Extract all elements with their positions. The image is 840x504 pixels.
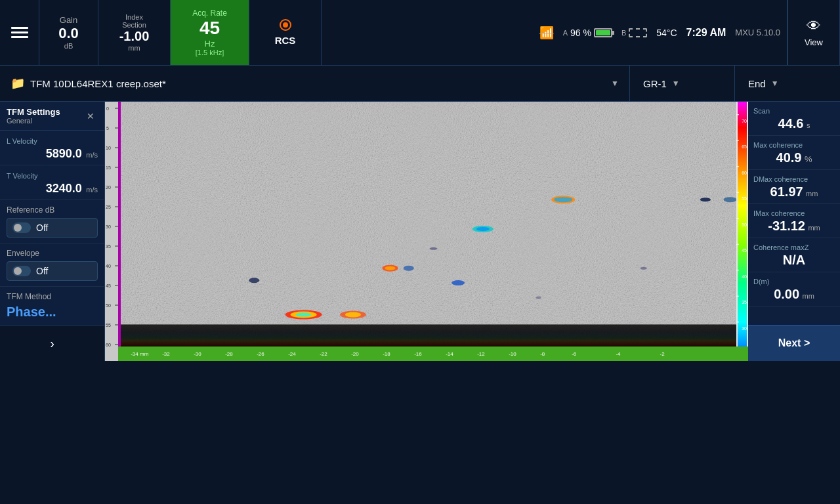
imax-coh-label: IMax coherence	[753, 209, 835, 217]
battery-a-section: A 96 %	[563, 28, 612, 38]
dmax-coh-unit: mm	[806, 190, 818, 198]
battery-b-label: B	[621, 29, 626, 37]
svg-text:20: 20	[106, 185, 111, 190]
svg-text:55: 55	[742, 196, 747, 201]
envelope-switch-icon	[12, 266, 31, 276]
max-coh-value: 40.9	[776, 150, 802, 165]
tfm-method-label: TFM Method	[7, 292, 98, 301]
l-velocity-value: 5890.0	[46, 147, 82, 160]
svg-text:60: 60	[106, 343, 111, 347]
imax-coherence-stat: IMax coherence -31.12 mm	[748, 204, 840, 238]
svg-point-37	[476, 227, 490, 231]
version-label: MXU 5.10.0	[735, 28, 780, 37]
right-panel: Scan 44.6 s Max coherence 40.9 % DMax co…	[748, 102, 840, 361]
next-button[interactable]: Next >	[748, 325, 840, 361]
dmax-coherence-stat: DMax coherence 61.97 mm	[748, 170, 840, 204]
acq-rate-unit: Hz	[205, 39, 215, 49]
svg-text:60: 60	[742, 171, 747, 175]
dmax-coh-label: DMax coherence	[753, 175, 835, 183]
view-button[interactable]: 👁 View	[788, 0, 840, 65]
scan-stat-value: 44.6	[778, 116, 804, 131]
gr-label: GR-1	[643, 78, 667, 89]
envelope-toggle[interactable]: Off	[7, 261, 98, 281]
ref-db-toggle[interactable]: Off	[7, 218, 98, 238]
left-column: TFM Settings General ✕ L Velocity 5890.0…	[0, 102, 105, 361]
battery-a-fill	[596, 30, 610, 35]
folder-icon: 📁	[10, 76, 25, 91]
svg-text:50: 50	[742, 222, 747, 227]
scan-stat-label: Scan	[753, 107, 835, 115]
scan-and-right: 0 5 10 15 20 25 30 35 40	[105, 102, 840, 361]
ruler-left: 0 5 10 15 20 25 30 35 40	[105, 102, 118, 361]
anomaly-svg	[118, 102, 736, 346]
svg-text:45: 45	[742, 248, 747, 253]
svg-text:-16: -16	[414, 351, 422, 357]
panel-title: TFM Settings	[7, 107, 60, 117]
wifi-off-icon: 📶	[539, 26, 554, 40]
gain-section: Gain 0.0 dB	[39, 0, 98, 65]
svg-text:25: 25	[106, 205, 111, 209]
svg-rect-52	[118, 324, 736, 346]
scan-view[interactable]: 0 5 10 15 20 25 30 35 40	[105, 102, 748, 361]
svg-text:35: 35	[742, 300, 747, 304]
top-bar: Gain 0.0 dB IndexSection -1.00 mm Acq. R…	[0, 0, 840, 66]
imax-coh-unit: mm	[808, 224, 820, 232]
d-m-label: D(m)	[753, 278, 835, 285]
bottom-left-nav: ›	[0, 325, 105, 361]
ruler-bottom-svg: -34 mm -32 -30 -28 -26 -24 -22 -20 -18 -…	[118, 346, 748, 361]
battery-b-bar	[629, 28, 647, 37]
end-button[interactable]: End ▼	[735, 66, 840, 101]
d-m-unit: mm	[803, 292, 814, 300]
battery-percentage: 96 %	[570, 28, 591, 38]
main-content: TFM Settings General ✕ L Velocity 5890.0…	[0, 102, 840, 361]
end-chevron-icon: ▼	[771, 79, 779, 88]
nav-forward-button[interactable]: ›	[37, 331, 68, 356]
max-coh-unit: %	[805, 154, 812, 164]
hamburger-button[interactable]	[0, 0, 39, 65]
svg-point-47	[345, 312, 361, 318]
svg-text:70: 70	[742, 119, 747, 123]
index-unit: mm	[128, 44, 140, 52]
rcs-button[interactable]: RCS	[249, 0, 322, 65]
coh-maxz-label: Coherence maxZ	[753, 243, 835, 251]
hamburger-line-2	[11, 32, 28, 33]
file-chevron-icon: ▼	[611, 79, 619, 88]
index-label: IndexSection	[122, 13, 146, 29]
svg-point-40	[404, 266, 414, 271]
svg-point-33	[554, 197, 572, 202]
color-scale-svg: 70 65 60 55 50 45 40 35 30 0 %	[736, 102, 748, 361]
battery-b-section: B	[621, 28, 647, 37]
panel-close-button[interactable]: ✕	[83, 109, 98, 123]
index-section: IndexSection -1.00 mm	[98, 0, 171, 65]
envelope-knob	[14, 267, 22, 275]
panel-header: TFM Settings General ✕	[0, 102, 104, 131]
t-velocity-unit: m/s	[86, 186, 98, 194]
eye-icon: 👁	[807, 18, 821, 35]
svg-text:65: 65	[742, 144, 747, 149]
svg-rect-74	[118, 346, 748, 361]
coh-maxz-stat: Coherence maxZ N/A	[748, 238, 840, 272]
rcs-dot-icon	[283, 22, 288, 28]
gr-button[interactable]: GR-1 ▼	[630, 66, 735, 101]
svg-point-50	[536, 296, 541, 299]
hamburger-line-1	[11, 27, 28, 29]
svg-text:-28: -28	[225, 351, 233, 357]
svg-text:45: 45	[106, 284, 111, 288]
scan-background	[118, 102, 736, 346]
svg-point-48	[429, 247, 437, 250]
temperature: 54°C	[656, 28, 677, 38]
gain-unit: dB	[64, 42, 73, 50]
svg-text:-32: -32	[162, 351, 170, 357]
envelope-field: Envelope Off	[0, 243, 104, 287]
svg-text:30: 30	[106, 224, 111, 229]
svg-point-34	[700, 198, 711, 201]
gr-chevron-icon: ▼	[672, 79, 680, 88]
l-velocity-label: L Velocity	[7, 137, 98, 145]
file-button[interactable]: 📁 TFM 10DL64REX1 creep.oset* ▼	[0, 66, 630, 101]
panel-title-block: TFM Settings General	[7, 107, 60, 125]
svg-point-42	[249, 278, 259, 283]
svg-text:-22: -22	[320, 351, 327, 357]
svg-point-39	[385, 266, 395, 270]
gain-label: Gain	[60, 15, 77, 25]
gain-value: 0.0	[58, 25, 79, 42]
